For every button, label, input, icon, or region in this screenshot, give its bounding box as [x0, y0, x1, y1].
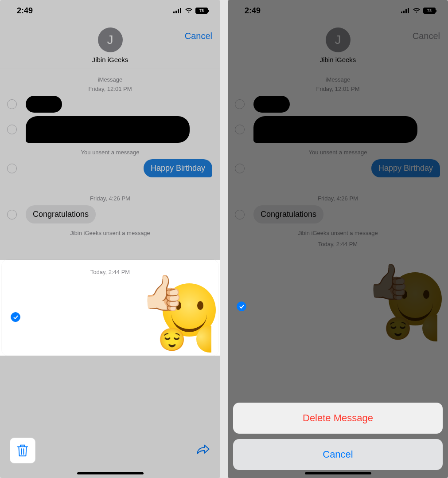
message-row[interactable]: [233, 96, 443, 113]
select-circle[interactable]: [7, 164, 17, 173]
select-circle[interactable]: [7, 125, 17, 134]
service-label: iMessage: [5, 76, 215, 83]
svg-rect-0: [173, 12, 175, 13]
unsent-notice: You unsent a message: [233, 149, 443, 156]
timestamp: Friday, 12:01 PM: [5, 86, 215, 92]
relieved-emoji-icon: 😌: [384, 317, 412, 340]
conversation-header: J Jibin iGeeks Cancel: [228, 21, 448, 68]
svg-rect-1: [175, 11, 177, 13]
message-row[interactable]: Happy Birthday: [233, 159, 443, 177]
message-bubble-received: Congratulations: [26, 205, 96, 223]
wifi-icon: [413, 6, 421, 16]
select-circle[interactable]: [235, 164, 245, 173]
cancel-button[interactable]: Cancel: [185, 31, 212, 41]
unsent-notice: Jibin iGeeks unsent a message: [233, 230, 443, 236]
checkmark-icon: [13, 314, 19, 320]
message-bubble-sent: Happy Birthday: [371, 159, 440, 177]
relieved-emoji-icon: 😌: [158, 329, 186, 351]
home-indicator[interactable]: [305, 472, 371, 474]
svg-rect-7: [408, 8, 409, 13]
conversation-header: J Jibin iGeeks Cancel: [0, 21, 220, 68]
unsent-notice: Jibin iGeeks unsent a message: [5, 230, 215, 236]
battery-icon: 78: [423, 8, 436, 14]
message-thread: iMessage Friday, 12:01 PM You unsent a m…: [228, 68, 448, 247]
svg-rect-6: [405, 9, 407, 13]
timestamp: Friday, 4:26 PM: [233, 195, 443, 202]
cancel-button[interactable]: Cancel: [413, 31, 440, 41]
share-button[interactable]: [195, 443, 210, 458]
edit-toolbar: [0, 436, 220, 465]
select-circle-checked[interactable]: [237, 302, 246, 311]
service-label: iMessage: [233, 76, 443, 83]
avatar[interactable]: J: [98, 27, 123, 52]
message-row[interactable]: [233, 116, 443, 143]
message-bubble-redacted: [26, 96, 62, 113]
select-circle[interactable]: [7, 210, 17, 219]
message-row[interactable]: [5, 96, 215, 113]
timestamp: Today, 2:44 PM: [233, 241, 443, 247]
selected-message-card[interactable]: Today, 2:44 PM 👍🏻 😌: [2, 260, 218, 356]
timestamp: Friday, 12:01 PM: [233, 86, 443, 92]
svg-rect-4: [401, 12, 402, 13]
select-circle[interactable]: [235, 125, 245, 134]
share-arrow-icon: [195, 443, 210, 457]
svg-rect-2: [178, 9, 179, 13]
thumbs-up-emoji-icon: 👍🏻: [367, 264, 410, 299]
message-bubble-sent: Happy Birthday: [144, 159, 212, 177]
timestamp: Friday, 4:26 PM: [5, 195, 215, 202]
status-bar: 2:49 78: [0, 0, 220, 21]
phone-right: 2:49 78 J Jibin iGeeks Cancel iMessage F…: [228, 0, 448, 478]
avatar[interactable]: J: [326, 27, 351, 52]
emoji-sticker-message: 👍🏻 😌: [356, 266, 440, 346]
message-bubble-redacted: [253, 96, 290, 113]
select-circle[interactable]: [7, 99, 17, 109]
message-row[interactable]: Congratulations: [5, 205, 215, 223]
delete-button[interactable]: [10, 438, 35, 463]
contact-name: Jibin iGeeks: [0, 56, 220, 63]
checkmark-icon: [239, 304, 245, 310]
home-indicator[interactable]: [77, 472, 144, 474]
wifi-icon: [185, 6, 193, 16]
trash-icon: [16, 443, 29, 458]
status-right: 78: [401, 6, 436, 16]
phone-left: 2:49 78 J Jibin iGeeks Cancel iMessage F…: [0, 0, 220, 478]
message-row[interactable]: Happy Birthday: [5, 159, 215, 177]
signal-icon: [173, 6, 182, 16]
message-row[interactable]: [5, 116, 215, 143]
status-bar: 2:49 78: [228, 0, 448, 21]
emoji-sticker-message: 👍🏻 😌: [130, 277, 214, 357]
message-bubble-received: Congratulations: [253, 205, 323, 223]
svg-rect-3: [180, 8, 181, 13]
status-right: 78: [173, 6, 208, 16]
status-time: 2:49: [245, 6, 261, 16]
action-sheet-cancel-button[interactable]: Cancel: [233, 439, 443, 470]
signal-icon: [401, 6, 410, 16]
select-circle[interactable]: [235, 210, 245, 219]
message-bubble-redacted: [26, 116, 190, 143]
message-bubble-redacted: [253, 116, 417, 143]
unsent-notice: You unsent a message: [5, 149, 215, 156]
thumbs-up-emoji-icon: 👍🏻: [141, 275, 184, 310]
battery-icon: 78: [195, 8, 208, 14]
select-circle[interactable]: [235, 99, 245, 109]
status-time: 2:49: [17, 6, 33, 16]
contact-name: Jibin iGeeks: [228, 56, 448, 63]
action-sheet: Delete Message Cancel: [233, 403, 443, 470]
select-circle-checked[interactable]: [11, 312, 20, 322]
delete-message-button[interactable]: Delete Message: [233, 403, 443, 434]
svg-rect-5: [403, 11, 405, 13]
message-thread: iMessage Friday, 12:01 PM You unsent a m…: [0, 68, 220, 236]
message-row[interactable]: Congratulations: [233, 205, 443, 223]
